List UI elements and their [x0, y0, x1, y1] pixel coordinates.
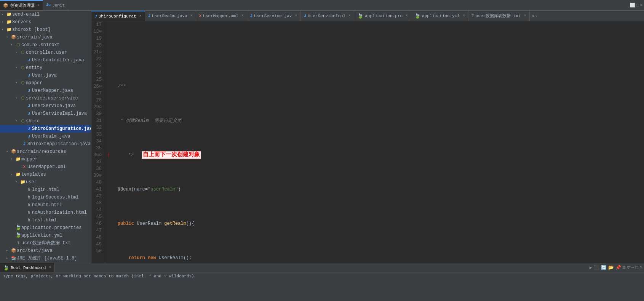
tree-item-noauth-html[interactable]: h noAuth.html — [0, 201, 91, 209]
tab-user-db-txt[interactable]: T user数据库表数据.txt × — [468, 11, 529, 21]
panel-tab-junit[interactable]: Ju JUnit — [43, 0, 68, 10]
boot-icon-maximize[interactable]: □ — [636, 265, 638, 271]
boot-icon-5[interactable]: 📌 — [615, 265, 621, 271]
ln-32: 32 — [93, 124, 102, 131]
tree-item-shiroxt-app[interactable]: J ShiroxtApplication.java — [0, 140, 91, 148]
ln-43: 43 — [93, 200, 102, 207]
tree-item-user-controller[interactable]: J UserController.java — [0, 56, 91, 64]
panel-tab-close-icon[interactable]: × — [37, 3, 40, 8]
tree-item-src-main-java[interactable]: ▾ 📦 src/main/java — [0, 34, 91, 41]
tree-item-mapper-folder[interactable]: ▾ 📁 mapper — [0, 155, 91, 163]
user-mapper-xml-tab-label: UserMapper.xml — [203, 14, 238, 18]
tab-shiro-config[interactable]: J ShiroConfigurat × — [91, 11, 145, 21]
ln-48: 48 — [93, 234, 102, 241]
boot-dashboard-close[interactable]: × — [49, 266, 51, 270]
code-lines[interactable]: /** * 创建Realm 需要自定义类 ↑ */ 自上而下一次创建对象 — [105, 21, 644, 263]
boot-icon-4[interactable]: 📂 — [608, 265, 614, 271]
tree-item-user-folder[interactable]: ▾ 📁 user — [0, 178, 91, 186]
tab-user-service[interactable]: J UserService.jav × — [247, 11, 301, 21]
tab-application-pro[interactable]: 🍃 application.pro × — [354, 11, 411, 21]
tab-overflow-label: »s — [532, 14, 537, 18]
minimize-icon[interactable]: ⬜ — [630, 3, 635, 8]
tree-item-login-html[interactable]: h login.html — [0, 186, 91, 194]
templates-label: templates — [21, 171, 89, 178]
tree-item-app-yml[interactable]: 🍃 application.yml — [0, 232, 91, 239]
user-service-tab-close[interactable]: × — [295, 14, 297, 18]
tree-item-user-realm-java[interactable]: J UserRealm.java — [0, 133, 91, 140]
tree-item-send-email[interactable]: ▸ 📁 send-email — [0, 11, 91, 18]
app-pro-tab-close[interactable]: × — [406, 14, 408, 18]
tree-item-loginsuccess-html[interactable]: h loginSuccess.html — [0, 194, 91, 201]
token-18-1: /** — [107, 83, 126, 90]
tab-user-service-impl[interactable]: J UserServiceImpl × — [300, 11, 354, 21]
tree-item-user-mapper-java[interactable]: J UserMapper.java — [0, 87, 91, 94]
tree-item-src-main-resources[interactable]: ▾ 📦 src/main/resources — [0, 148, 91, 155]
app-pro-tab-icon: 🍃 — [357, 13, 363, 19]
tree-item-user-service-impl-java[interactable]: J UserServiceImpl.java — [0, 110, 91, 117]
arrow-com-hx: ▾ — [11, 42, 15, 48]
user-realm-tab-close[interactable]: × — [190, 14, 193, 18]
boot-icon-1[interactable]: ▶ — [590, 265, 592, 271]
tree-item-shiroxt[interactable]: ▾ 📁 shiroxt [boot] — [0, 26, 91, 34]
mapper-folder-icon: 📁 — [15, 156, 21, 163]
tree-item-shiro-configuration[interactable]: J ShiroConfiguration.java — [0, 125, 91, 133]
boot-icon-7[interactable]: ▽ — [627, 265, 630, 271]
mapper-folder-label: mapper — [21, 156, 89, 163]
ln-40: 40 — [93, 179, 102, 186]
user-db-txt-tab-close[interactable]: × — [524, 14, 526, 18]
tree-item-user-db-txt[interactable]: T user数据库表数据.txt — [0, 239, 91, 247]
panel-tab-package-explorer[interactable]: 📦 包资源管理器 × — [0, 0, 43, 10]
tab-user-mapper-xml[interactable]: X UserMapper.xml × — [196, 11, 247, 21]
user-service-impl-icon: J — [26, 110, 32, 117]
ln-25: 25 — [93, 76, 102, 83]
tree-item-user-java[interactable]: J User.java — [0, 72, 91, 79]
src-test-java-label: src/test/java — [17, 247, 89, 254]
token-22-3: getRealm — [164, 220, 186, 227]
boot-icon-6[interactable]: ⊞ — [623, 265, 625, 271]
tree-item-mapper[interactable]: ▾ ⬡ mapper — [0, 79, 91, 87]
arrow-src-main-resources: ▾ — [6, 148, 11, 155]
close-panel-icon[interactable]: × — [640, 3, 642, 8]
user-controller-icon: J — [26, 57, 32, 64]
arrow-jre: ▸ — [6, 255, 11, 262]
bottom-tab-boot-dashboard[interactable]: 🍃 Boot Dashboard × — [0, 263, 54, 272]
src-main-java-label: src/main/java — [17, 34, 89, 41]
tree-item-controller-user[interactable]: ▾ ⬡ controller.user — [0, 49, 91, 56]
tree-item-user-service-java[interactable]: J UserService.java — [0, 102, 91, 110]
user-mapper-xml-tab-close[interactable]: × — [241, 14, 244, 18]
tree-item-src-test-java[interactable]: ▸ 📦 src/test/java — [0, 247, 91, 255]
tab-application-yml[interactable]: 🍃 application.yml × — [411, 11, 468, 21]
tree-item-jre[interactable]: ▸ 📚 JRE 系统库 [JavaSE-1.8] — [0, 255, 91, 262]
tree-item-test-html[interactable]: h test.html — [0, 216, 91, 224]
boot-icon-2[interactable]: ⬛ — [594, 265, 599, 271]
tree-item-shiro[interactable]: ▾ ⬡ shiro — [0, 117, 91, 125]
main-area: ▸ 📁 send-email ▸ 📁 Servers ▾ 📁 shiroxt [… — [0, 11, 644, 263]
tree-item-user-mapper-xml[interactable]: X UserMapper.xml — [0, 163, 91, 171]
red-arrow-up-icon: ↑ — [107, 152, 114, 159]
tree-item-service[interactable]: ▾ ⬡ service.userservice — [0, 94, 91, 102]
shiro-config-tab-close[interactable]: × — [139, 14, 142, 18]
app-yml-tab-close[interactable]: × — [463, 14, 465, 18]
ln-39: 39⊖ — [93, 172, 102, 179]
shiroxt-app-icon: J — [21, 141, 27, 147]
boot-icon-minimize[interactable]: — — [631, 265, 634, 271]
user-mapper-java-label: UserMapper.java — [32, 87, 89, 94]
controller-user-icon: ⬡ — [20, 49, 26, 56]
ln-42: 42 — [93, 193, 102, 200]
boot-icon-close[interactable]: × — [640, 265, 642, 271]
tree-item-entity[interactable]: ▾ ⬡ entity — [0, 64, 91, 72]
user-service-tab-label: UserService.jav — [254, 14, 292, 18]
tree-item-noauthorization-html[interactable]: h noAuthorization.html — [0, 209, 91, 216]
user-service-impl-tab-close[interactable]: × — [348, 14, 351, 18]
tree-item-com-hx[interactable]: ▾ ⬡ com.hx.shiroxt — [0, 41, 91, 49]
tree-item-servers[interactable]: ▸ 📁 Servers — [0, 18, 91, 26]
tree-item-templates[interactable]: ▾ 📁 templates — [0, 171, 91, 178]
tab-user-realm[interactable]: J UserRealm.java × — [145, 11, 196, 21]
ln-33: 33 — [93, 131, 102, 138]
maximize-icon[interactable]: □ — [636, 3, 639, 8]
boot-icon-3[interactable]: 🔄 — [601, 265, 607, 271]
code-line-22: public UserRealm getRealm(){ — [107, 220, 644, 227]
tab-overflow[interactable]: »s — [530, 11, 539, 21]
bottom-status-text: Type tags, projects, or working set name… — [3, 274, 194, 279]
tree-item-app-properties[interactable]: 🍃 application.properties — [0, 224, 91, 232]
